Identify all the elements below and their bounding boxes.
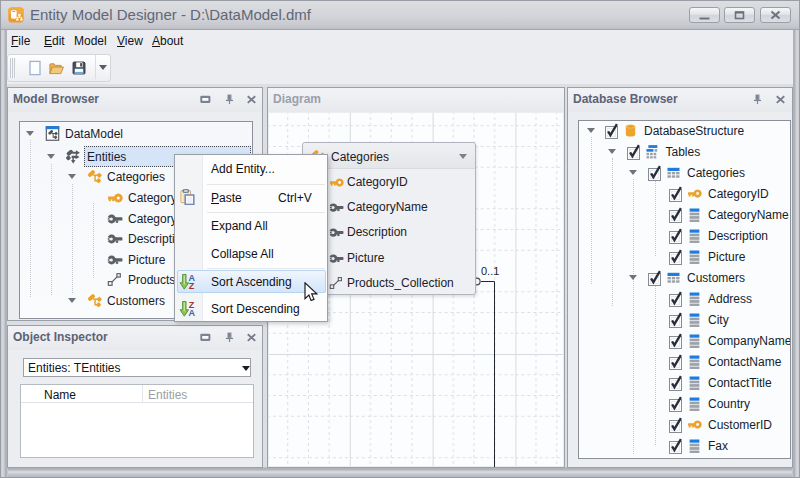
- svg-text:Z: Z: [189, 281, 195, 290]
- svg-text:0..1: 0..1: [481, 265, 499, 277]
- svg-text:A: A: [189, 308, 196, 317]
